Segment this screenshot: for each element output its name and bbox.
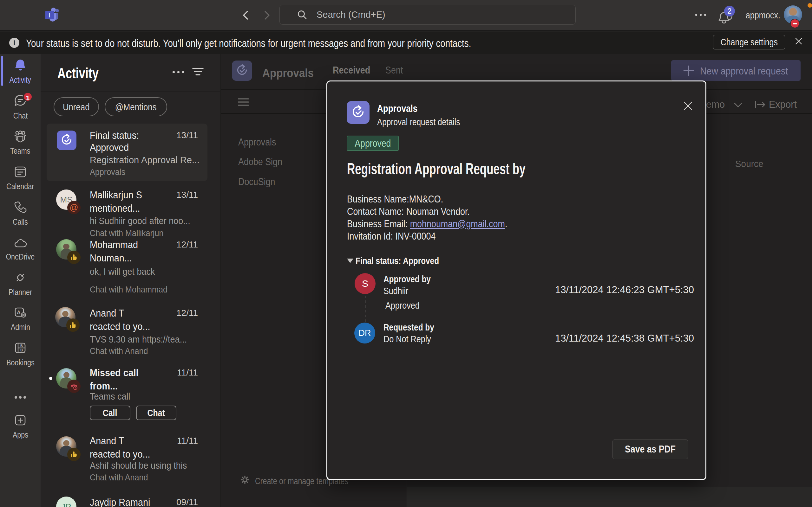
svg-text:T: T xyxy=(48,11,52,19)
svg-text:A: A xyxy=(17,309,20,316)
svg-text:B: B xyxy=(20,348,23,352)
svg-text:B: B xyxy=(20,344,23,348)
